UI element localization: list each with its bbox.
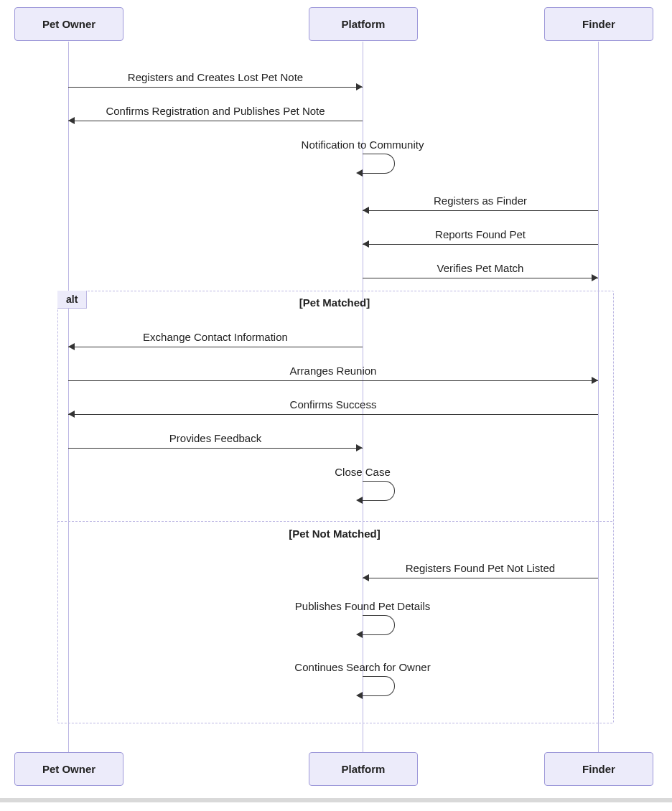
actor-platform-bottom: Platform [309,752,418,786]
actor-label: Platform [342,763,386,775]
alt-divider [57,521,612,522]
actor-pet-owner-bottom: Pet Owner [14,752,123,786]
arrowhead-icon [592,274,598,281]
message-arrow [363,244,598,245]
message-arrow [363,578,598,578]
sequence-diagram: Pet Owner Platform Finder Registers and … [0,0,672,811]
actor-label: Pet Owner [42,18,95,30]
actor-label: Finder [582,763,615,775]
message-label: Publishes Found Pet Details [295,600,430,612]
alt-condition: [Pet Not Matched] [289,528,381,540]
message-label: Notification to Community [302,139,424,151]
message-arrow [68,87,363,88]
arrowhead-icon [363,240,369,248]
arrowhead-icon [363,574,369,581]
arrowhead-icon [68,411,75,418]
alt-label: alt [57,291,87,309]
arrowhead-icon [68,343,75,350]
arrowhead-icon [592,377,598,384]
actor-pet-owner-top: Pet Owner [14,7,123,41]
arrowhead-icon [68,117,75,124]
selfloop-arrow [363,154,395,174]
alt-condition: [Pet Matched] [299,296,370,309]
selfloop-arrow [363,481,395,501]
arrowhead-icon [363,207,369,214]
bottom-bar [0,798,672,802]
message-label: Exchange Contact Information [143,331,288,343]
actor-platform-top: Platform [309,7,418,41]
selfloop-arrow [363,676,395,696]
actor-finder-bottom: Finder [544,752,653,786]
message-arrow [363,278,598,278]
message-arrow [68,414,598,415]
message-label: Arranges Reunion [290,365,377,377]
message-label: Provides Feedback [169,432,261,444]
message-label: Continues Search for Owner [294,661,430,673]
message-label: Registers Found Pet Not Listed [406,562,555,574]
message-arrow [363,210,598,211]
message-label: Confirms Success [290,398,377,411]
actor-finder-top: Finder [544,7,653,41]
message-label: Confirms Registration and Publishes Pet … [106,105,325,117]
actor-label: Platform [342,18,386,30]
message-label: Close Case [335,466,391,478]
arrowhead-icon [356,83,363,90]
actor-label: Finder [582,18,615,30]
message-label: Registers and Creates Lost Pet Note [128,71,303,83]
message-label: Reports Found Pet [435,228,526,240]
message-label: Registers as Finder [434,194,527,207]
selfloop-arrow [363,615,395,635]
alt-fragment [57,291,614,723]
message-arrow [68,448,363,449]
arrowhead-icon [356,444,363,451]
message-label: Verifies Pet Match [437,262,524,274]
message-arrow [68,380,598,381]
message-arrow [68,121,363,121]
actor-label: Pet Owner [42,763,95,775]
message-arrow [68,347,363,347]
